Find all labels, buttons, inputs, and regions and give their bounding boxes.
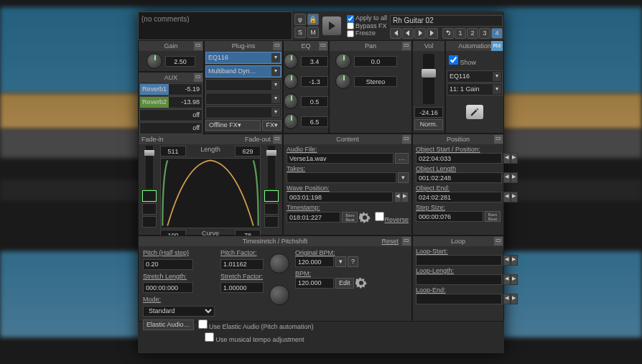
bars-beat-btn[interactable]: BarsBeat	[485, 211, 501, 222]
wave-pos-spin[interactable]	[394, 192, 409, 202]
bypass-fx-check[interactable]: Bypass FX	[347, 22, 387, 30]
aux-slot-3[interactable]: off	[139, 109, 203, 121]
plugin-slot-1[interactable]: EQ116▾	[205, 52, 282, 64]
offline-fx-btn[interactable]: Offline FX ▾	[205, 120, 261, 131]
obj-start-spin[interactable]	[503, 153, 518, 164]
wave-pos-input[interactable]	[287, 192, 393, 202]
fadeout-shape-3[interactable]	[264, 216, 279, 228]
comments-field[interactable]: (no comments)	[138, 11, 292, 40]
audio-file-browse[interactable]: …	[395, 153, 409, 164]
gain-value[interactable]: 2.50	[165, 56, 195, 67]
nav-next[interactable]	[414, 28, 426, 39]
stereo-value[interactable]: Stereo	[354, 76, 397, 87]
obpm-help[interactable]: ?	[348, 256, 358, 267]
edit-automation-btn[interactable]	[466, 105, 483, 119]
fadein-shape-1[interactable]	[142, 190, 157, 202]
preset-4[interactable]: 4	[491, 28, 503, 39]
fadein-length[interactable]	[160, 146, 186, 157]
undo-btn[interactable]	[442, 28, 454, 39]
collapse-icon[interactable]: ▭	[194, 73, 203, 82]
eq-knob-2[interactable]	[284, 73, 298, 89]
gain-knob[interactable]	[146, 53, 162, 69]
collapse-icon[interactable]: ▭	[273, 42, 282, 50]
fade-curve-graph[interactable]	[160, 158, 261, 228]
eq-val-4[interactable]: 6.5	[301, 116, 328, 127]
settings-icon[interactable]	[359, 212, 371, 223]
fadeout-length[interactable]	[235, 146, 261, 157]
play-button[interactable]	[322, 17, 341, 35]
loop-start-spin[interactable]	[503, 255, 518, 266]
eq-val-3[interactable]: 0.5	[301, 96, 328, 107]
loop-end-spin[interactable]	[503, 294, 518, 304]
collapse-icon[interactable]: ▭	[194, 42, 203, 50]
elastic-audio-btn[interactable]: Elastic Audio…	[143, 319, 194, 330]
pitch-knob[interactable]	[269, 253, 289, 274]
obj-end-input[interactable]	[416, 192, 502, 202]
step-input[interactable]	[416, 211, 483, 222]
audio-file-input[interactable]	[287, 153, 394, 164]
reverse-check[interactable]: Reverse	[375, 211, 409, 223]
aux-slot-2[interactable]: Reverb2-13.98	[139, 96, 203, 108]
sfac-input[interactable]	[220, 282, 264, 293]
preset-1[interactable]: 1	[455, 28, 466, 39]
obj-end-spin[interactable]	[503, 192, 518, 202]
eq-knob-4[interactable]	[284, 113, 298, 129]
use-elastic-check[interactable]: Use Elastic Audio (Pitch automation)	[198, 319, 314, 330]
eq-knob-1[interactable]	[284, 53, 298, 69]
aux-slot-4[interactable]: off	[139, 122, 203, 134]
freeze-check[interactable]: Freeze	[347, 29, 387, 37]
pitch-input[interactable]	[143, 259, 193, 270]
solo-btn[interactable]: S	[294, 27, 306, 38]
collapse-icon[interactable]: ▭	[273, 135, 282, 144]
takes-dropdown[interactable]: ▾	[398, 172, 409, 183]
fadeout-slider[interactable]	[268, 146, 275, 189]
eq-val-2[interactable]: -1.3	[301, 76, 328, 87]
plugin-slot-2[interactable]: Multiband Dyn…▾	[205, 65, 282, 78]
edit-bpm-btn[interactable]: Edit	[335, 278, 354, 289]
collapse-icon[interactable]: ▭	[319, 42, 327, 50]
show-auto-check[interactable]: Show	[449, 55, 501, 66]
loop-end-input[interactable]	[416, 294, 502, 304]
eq-knob-3[interactable]	[284, 93, 298, 109]
reset-btn[interactable]: Reset	[381, 236, 399, 246]
factor-input[interactable]	[220, 259, 264, 270]
nav-first[interactable]	[390, 28, 401, 39]
plugin-slot-5[interactable]: ▾	[205, 106, 282, 118]
phase-btn[interactable]: φ	[294, 14, 306, 25]
fadeout-shape-1[interactable]	[264, 190, 279, 202]
loop-len-spin[interactable]	[503, 274, 518, 285]
preset-2[interactable]: 2	[467, 28, 478, 39]
obpm-input[interactable]	[295, 256, 334, 267]
aux-slot-1[interactable]: Reverb1-5.19	[139, 83, 203, 95]
fx-btn[interactable]: FX ▾	[262, 120, 282, 131]
lock-btn[interactable]: 🔒	[307, 14, 319, 25]
slen-input[interactable]	[143, 282, 193, 293]
fadeout-shape-2[interactable]	[264, 203, 279, 215]
fadein-shape-2[interactable]	[142, 203, 157, 215]
nav-prev[interactable]	[402, 28, 414, 39]
collapse-icon[interactable]: ▭	[494, 237, 503, 246]
read-mode-btn[interactable]: Rd	[491, 41, 503, 51]
bpm-input[interactable]	[295, 278, 334, 289]
vol-slider[interactable]	[423, 54, 434, 104]
bars-beat-btn[interactable]: BarsBeat	[342, 212, 358, 223]
preset-3[interactable]: 3	[479, 28, 490, 39]
mode-select[interactable]: Standard	[143, 306, 215, 317]
stretch-knob[interactable]	[269, 285, 289, 305]
vol-db[interactable]: -24.16	[414, 107, 443, 118]
obj-len-spin[interactable]	[503, 172, 518, 183]
bpm-settings-icon[interactable]	[355, 277, 367, 289]
pan-value[interactable]: 0.0	[354, 56, 397, 67]
collapse-icon[interactable]: ▭	[402, 42, 411, 50]
normalize-btn[interactable]: Norm.	[414, 119, 443, 130]
eq-val-1[interactable]: 3.4	[301, 56, 328, 67]
use-tempo-check[interactable]: Use musical tempo adjustment	[205, 336, 304, 343]
loop-len-input[interactable]	[416, 274, 502, 285]
collapse-icon[interactable]: ▭	[494, 135, 503, 144]
fadein-shape-3[interactable]	[142, 216, 157, 228]
obpm-dropdown[interactable]: ▾	[335, 256, 346, 267]
takes-input[interactable]	[287, 172, 396, 183]
collapse-icon[interactable]: ▭	[402, 237, 411, 246]
nav-last[interactable]	[427, 28, 438, 39]
obj-len-input[interactable]	[416, 172, 502, 183]
